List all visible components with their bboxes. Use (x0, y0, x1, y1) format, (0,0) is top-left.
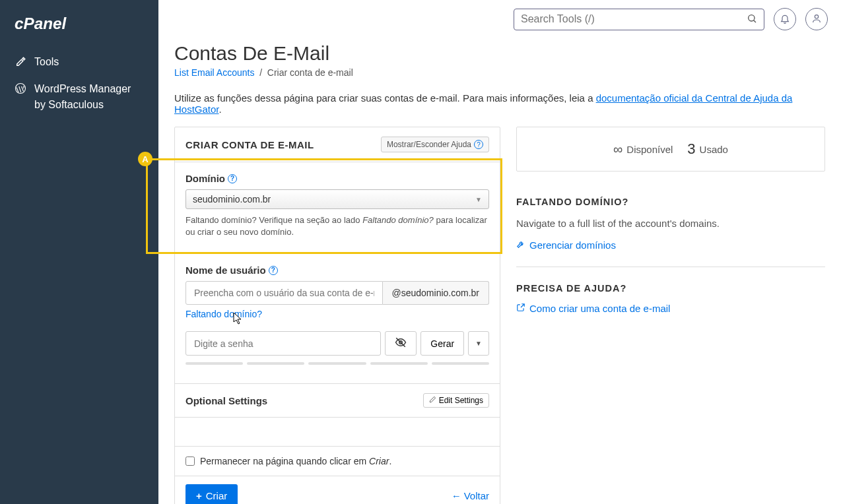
topbar (158, 0, 841, 36)
missing-domain-link[interactable]: Faltando domínio? (185, 309, 262, 319)
domain-select[interactable]: seudominio.com.br ▼ (185, 189, 489, 209)
svg-point-4 (815, 15, 818, 18)
help-icon[interactable]: ? (228, 174, 237, 183)
used-stat: 3 Usado (687, 141, 728, 158)
username-label: Nome de usuário (185, 265, 266, 276)
breadcrumb-current: Criar conta de e-mail (267, 67, 353, 78)
breadcrumb: List Email Accounts / Criar conta de e-m… (174, 67, 825, 78)
right-column: ∞ Disponível 3 Usado FALTANDO DOMÍNIO? N… (516, 127, 825, 326)
available-stat: ∞ Disponível (613, 141, 673, 158)
help-icon[interactable]: ? (269, 266, 278, 275)
sidebar-item-label: WordPress Manager by Softaculous (34, 81, 144, 113)
missing-domain-section: FALTANDO DOMÍNIO? Navigate to a full lis… (516, 185, 825, 263)
back-button[interactable]: ← Voltar (452, 490, 489, 501)
domain-section: Domínio ? seudominio.com.br ▼ Faltando d… (175, 162, 500, 251)
username-section: Nome de usuário ? @seudominio.com.br Fal… (175, 251, 500, 383)
help-link[interactable]: Como criar uma conta de e-mail (516, 303, 825, 314)
panel-header: CRIAR CONTA DE E-MAIL Mostrar/Esconder A… (175, 127, 500, 162)
domain-label: Domínio (185, 173, 225, 184)
domain-hint: Faltando domínio? Verifique na seção ao … (185, 214, 489, 238)
help-section: PRECISA DE AJUDA? Como criar uma conta d… (516, 271, 825, 326)
chevron-down-icon: ▼ (475, 196, 482, 203)
external-link-icon (516, 303, 525, 314)
password-options-button[interactable]: ▼ (468, 331, 489, 356)
wordpress-icon (15, 82, 26, 94)
pencil-icon (429, 396, 436, 405)
page-title: Contas De E-Mail (174, 42, 825, 65)
username-input[interactable] (185, 281, 383, 305)
create-button[interactable]: + Criar (185, 484, 238, 504)
search-box[interactable] (514, 9, 764, 30)
username-suffix: @seudominio.com.br (383, 281, 490, 305)
panel-actions: + Criar ← Voltar (175, 476, 500, 504)
arrow-left-icon: ← (452, 490, 461, 501)
show-password-button[interactable] (385, 331, 417, 356)
create-email-panel: CRIAR CONTA DE E-MAIL Mostrar/Esconder A… (174, 127, 500, 504)
stay-on-page-row: Permanecer na página quando clicar em Cr… (175, 446, 500, 476)
page-description: Utilize as funções dessa página para cri… (174, 92, 825, 115)
manage-domains-link[interactable]: Gerenciar domínios (516, 239, 825, 251)
help-title: PRECISA DE AJUDA? (516, 283, 825, 294)
breadcrumb-sep: / (257, 67, 267, 78)
user-icon (811, 13, 822, 26)
help-toggle-button[interactable]: Mostrar/Esconder Ajuda ? (381, 137, 489, 152)
logo: cPanel (0, 13, 158, 49)
breadcrumb-link[interactable]: List Email Accounts (174, 67, 254, 78)
highlight-badge: A (138, 152, 152, 166)
stay-on-page-label: Permanecer na página quando clicar em Cr… (200, 456, 391, 466)
svg-line-3 (754, 20, 756, 22)
missing-domain-text: Navigate to a full list of the account's… (516, 216, 825, 230)
user-button[interactable] (805, 8, 828, 30)
stats-panel: ∞ Disponível 3 Usado (516, 127, 825, 172)
notifications-button[interactable] (774, 8, 796, 30)
panel-title: CRIAR CONTA DE E-MAIL (185, 139, 314, 150)
used-value: 3 (687, 141, 695, 158)
svg-text:cPanel: cPanel (15, 15, 67, 32)
bell-icon (780, 13, 790, 26)
cpanel-logo: cPanel (15, 13, 88, 34)
missing-domain-title: FALTANDO DOMÍNIO? (516, 197, 825, 207)
stay-on-page-checkbox[interactable] (185, 457, 195, 466)
help-icon: ? (474, 140, 483, 149)
optional-settings-body (175, 417, 500, 446)
sidebar-item-tools[interactable]: Tools (0, 49, 158, 75)
svg-point-2 (749, 15, 755, 20)
sidebar: cPanel Tools WordPress Manager by Softac… (0, 0, 158, 504)
wrench-icon (516, 239, 525, 251)
main: Contas De E-Mail List Email Accounts / C… (158, 0, 841, 504)
chevron-down-icon: ▼ (475, 340, 482, 347)
search-input[interactable] (521, 13, 747, 25)
password-input[interactable] (185, 331, 381, 356)
domain-value: seudominio.com.br (193, 194, 271, 205)
optional-settings-row: Optional Settings Edit Settings (175, 383, 500, 417)
content: Contas De E-Mail List Email Accounts / C… (158, 36, 841, 504)
plus-icon: + (196, 490, 202, 501)
eye-off-icon (395, 336, 407, 350)
generate-password-button[interactable]: Gerar (421, 331, 464, 356)
edit-settings-button[interactable]: Edit Settings (423, 393, 489, 408)
search-icon (747, 13, 757, 26)
infinity-icon: ∞ (613, 142, 622, 157)
sidebar-item-label: Tools (34, 56, 59, 68)
divider (516, 267, 825, 267)
password-strength-meter (185, 362, 489, 365)
wrench-icon (15, 56, 26, 68)
optional-settings-title: Optional Settings (185, 395, 267, 406)
sidebar-item-wordpress[interactable]: WordPress Manager by Softaculous (0, 75, 158, 119)
